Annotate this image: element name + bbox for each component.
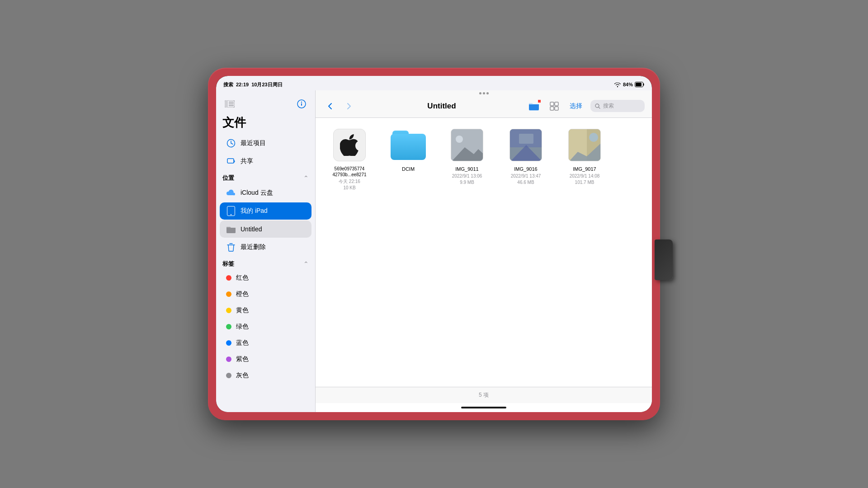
svg-rect-27 bbox=[519, 134, 533, 144]
orange-dot bbox=[226, 291, 231, 297]
svg-rect-10 bbox=[301, 103, 302, 106]
toolbar-title: Untitled bbox=[361, 102, 523, 111]
sidebar-item-tag-blue[interactable]: 蓝色 bbox=[220, 335, 311, 351]
trash-icon bbox=[226, 242, 236, 252]
status-bar: 搜索 22:19 10月23日周日 84% bbox=[216, 76, 652, 90]
img9017-icon bbox=[566, 127, 603, 163]
ios-screen: 搜索 22:19 10月23日周日 84% bbox=[216, 76, 652, 412]
img9016-preview bbox=[510, 129, 542, 161]
sidebar-item-myipad[interactable]: 我的 iPad bbox=[220, 202, 311, 220]
sidebar-header bbox=[216, 95, 315, 115]
file-item-img9011[interactable]: IMG_9011 2022/9/1 13:069.9 MB bbox=[442, 127, 492, 191]
drag-handle-area bbox=[316, 90, 652, 94]
ipad-frame: 搜索 22:19 10月23日周日 84% bbox=[208, 68, 660, 420]
img9011-icon bbox=[449, 127, 485, 163]
svg-line-20 bbox=[599, 107, 600, 108]
status-left: 搜索 22:19 10月23日周日 bbox=[223, 81, 283, 88]
recently-deleted-label: 最近删除 bbox=[241, 243, 266, 251]
myipad-label: 我的 iPad bbox=[241, 207, 268, 215]
file-item-apple[interactable]: 569e0973577442793b...ee8271 今天 22:1610 K… bbox=[325, 127, 374, 191]
tag-gray-label: 灰色 bbox=[236, 371, 249, 380]
img9011-thumb bbox=[451, 129, 483, 161]
svg-point-23 bbox=[456, 136, 463, 143]
img9017-thumb bbox=[568, 129, 601, 161]
status-right: 84% bbox=[614, 82, 645, 87]
sidebar-item-tag-gray[interactable]: 灰色 bbox=[220, 368, 311, 383]
apple-file-icon bbox=[331, 127, 368, 163]
battery-percent: 84% bbox=[623, 82, 633, 87]
wifi-icon bbox=[614, 82, 621, 87]
tags-chevron: ⌃ bbox=[303, 260, 309, 267]
img9011-meta: 2022/9/1 13:069.9 MB bbox=[452, 173, 482, 186]
add-folder-button[interactable] bbox=[527, 99, 542, 113]
sidebar-item-recents[interactable]: 最近项目 bbox=[220, 135, 311, 152]
search-bar[interactable]: 搜索 bbox=[590, 100, 645, 112]
yellow-dot bbox=[226, 308, 231, 313]
file-item-img9017[interactable]: IMG_9017 2022/9/1 14:08101.7 MB bbox=[560, 127, 609, 191]
forward-button[interactable] bbox=[342, 99, 356, 113]
img9017-preview bbox=[569, 129, 600, 161]
search-icon bbox=[595, 103, 600, 109]
toolbar-right: 选择 搜索 bbox=[527, 99, 645, 113]
tag-red-label: 红色 bbox=[236, 274, 249, 282]
recents-icon bbox=[226, 138, 236, 148]
svg-rect-18 bbox=[555, 107, 558, 110]
purple-dot bbox=[226, 357, 231, 362]
gray-dot bbox=[226, 373, 231, 378]
folder-body bbox=[391, 134, 426, 160]
grid-view-button[interactable] bbox=[547, 99, 561, 113]
sidebar-item-shared[interactable]: 共享 bbox=[220, 153, 311, 170]
apple-file-name: 569e0973577442793b...ee8271 bbox=[332, 166, 366, 178]
untitled-folder-icon bbox=[226, 224, 236, 234]
svg-rect-16 bbox=[555, 102, 558, 106]
sidebar-item-tag-orange[interactable]: 橙色 bbox=[220, 286, 311, 302]
folder-badge bbox=[538, 99, 541, 103]
home-bar bbox=[461, 407, 506, 408]
svg-rect-15 bbox=[550, 102, 554, 106]
file-item-img9016[interactable]: IMG_9016 2022/9/1 13:4746.6 MB bbox=[501, 127, 551, 191]
sidebar-toggle-button[interactable] bbox=[222, 97, 237, 111]
file-item-dcim[interactable]: DCIM bbox=[383, 127, 433, 191]
tag-yellow-label: 黄色 bbox=[236, 306, 249, 314]
dcim-name: DCIM bbox=[402, 166, 415, 172]
sidebar-item-tag-red[interactable]: 红色 bbox=[220, 270, 311, 286]
search-label: 搜索 bbox=[603, 102, 614, 110]
back-button[interactable] bbox=[323, 99, 337, 113]
more-options-button[interactable] bbox=[294, 97, 309, 111]
icloud-label: iCloud 云盘 bbox=[241, 189, 273, 197]
svg-point-31 bbox=[589, 133, 598, 142]
sidebar-item-untitled[interactable]: Untitled bbox=[220, 221, 311, 238]
untitled-label: Untitled bbox=[241, 225, 262, 233]
select-button[interactable]: 选择 bbox=[567, 99, 585, 113]
search-status-label: 搜索 bbox=[223, 81, 233, 88]
img9016-meta: 2022/9/1 13:4746.6 MB bbox=[511, 173, 541, 186]
sidebar-item-tag-purple[interactable]: 紫色 bbox=[220, 352, 311, 367]
blue-dot bbox=[226, 340, 231, 346]
tag-green-label: 绿色 bbox=[236, 323, 249, 331]
content-area: Untitled bbox=[316, 90, 652, 412]
dcim-folder-icon bbox=[390, 127, 426, 163]
forward-icon bbox=[347, 103, 351, 110]
svg-point-9 bbox=[301, 102, 302, 103]
status-time: 22:19 bbox=[236, 82, 249, 87]
svg-rect-17 bbox=[550, 107, 554, 110]
main-area: 文件 最近项目 bbox=[216, 90, 652, 412]
grid-view-icon bbox=[550, 102, 559, 111]
img9011-preview bbox=[451, 129, 483, 161]
svg-point-14 bbox=[231, 214, 231, 215]
img9017-meta: 2022/9/1 14:08101.7 MB bbox=[570, 173, 600, 186]
img9016-icon bbox=[508, 127, 544, 163]
sidebar-item-tag-green[interactable]: 绿色 bbox=[220, 319, 311, 334]
sidebar-item-icloud[interactable]: iCloud 云盘 bbox=[220, 184, 311, 202]
apple-icon-bg bbox=[333, 129, 366, 161]
tag-purple-label: 紫色 bbox=[236, 355, 249, 363]
sidebar-item-tag-yellow[interactable]: 黄色 bbox=[220, 303, 311, 318]
status-date: 10月23日周日 bbox=[251, 81, 282, 88]
folder-shape bbox=[391, 131, 426, 160]
select-label: 选择 bbox=[570, 102, 582, 110]
sidebar-item-recently-deleted[interactable]: 最近删除 bbox=[220, 239, 311, 256]
green-dot bbox=[226, 324, 231, 329]
sidebar: 文件 最近项目 bbox=[216, 90, 316, 412]
svg-rect-12 bbox=[227, 159, 234, 163]
battery-icon bbox=[635, 82, 645, 87]
